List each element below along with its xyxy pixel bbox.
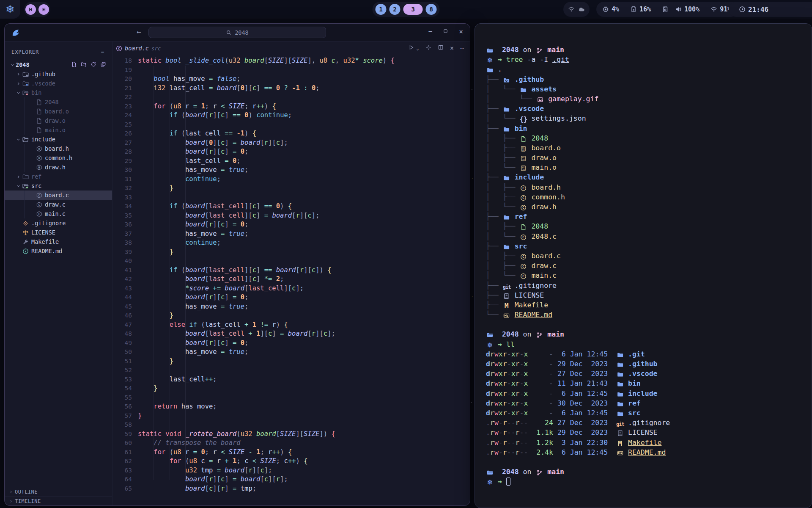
terminal-text [510,311,515,319]
close-editor-icon[interactable]: × [450,44,454,52]
terminal-text: ├── [486,124,503,133]
sidebar-item-src[interactable]: src [5,181,112,190]
sidebar-item-boardc[interactable]: Cboard.c [5,190,112,200]
sidebar-item-label: .github [31,71,55,77]
code-line-45: 45 has_move = true; [112,302,470,312]
sidebar-item-2048[interactable]: 2048 [5,60,112,69]
network-indicators[interactable] [563,2,590,17]
terminal-text: 2048 [502,46,519,54]
terminal-line: ├── bin [486,124,812,133]
refresh-icon[interactable] [91,61,96,69]
terminal-text: │ ├── [486,252,519,260]
sidebar-item-drawh[interactable]: Hdraw.h [5,163,112,172]
workspace-2[interactable]: 2 [390,4,401,15]
close-button[interactable]: × [459,28,463,36]
sidebar-item-drawo[interactable]: draw.o [5,116,112,125]
fileo-icon [35,118,43,124]
explorer-more-icon[interactable]: ⋯ [101,49,104,55]
file-listing: - [536,409,553,417]
file-listing [624,350,628,358]
terminal-text [494,65,498,73]
sidebar-item-READMEmd[interactable]: README.md [5,246,112,256]
sidebar-item-github[interactable]: .github [5,69,112,79]
terminal-window[interactable]: 2048 on main❄ → tree -a -I .git .├── .gi… [475,23,812,508]
tab-board-c[interactable]: C board.c src [116,45,161,52]
sidebar-item-2048[interactable]: 2048 [5,97,112,107]
line-number: 28 [112,147,132,157]
terminal-line: │ ├── 2048 [486,133,812,143]
back-arrow-icon[interactable]: ← [137,28,141,36]
workspace-8[interactable]: 8 [426,4,437,15]
maximize-button[interactable] [443,28,448,36]
run-dropdown-icon[interactable]: ⌄ [416,46,419,51]
line-number: 59 [112,430,132,439]
file-listing: 2.4k [536,448,553,456]
line-number: 45 [112,302,132,312]
terminal-text: 2048 [502,468,519,476]
sidebar-item-LICENSE[interactable]: LICENSE [5,228,112,237]
file-listing [528,439,536,447]
nix-launcher-button[interactable]: ❄ [0,0,20,19]
outline-section[interactable]: OUTLINE [5,487,112,496]
terminal-text [527,183,531,191]
new-file-icon[interactable] [71,61,77,69]
sidebar-item-Makefile[interactable]: Makefile [5,237,112,246]
chevron-right-icon [9,490,13,494]
sidebar-item-gitignore[interactable]: .gitignore [5,218,112,228]
code-line-55: 55 [112,393,470,403]
terminal-text: gameplay.gif [548,95,598,103]
file-listing: d [486,389,490,398]
file-listing: r [516,379,520,387]
collapse-all-icon[interactable] [100,61,106,69]
file-listing: bin [628,379,641,387]
more-actions-icon[interactable]: ⋯ [460,44,464,52]
line-number: 31 [112,175,132,184]
run-button[interactable] [408,44,414,52]
file-listing: 6 Jan 12:45 [557,389,608,398]
sidebar-item-commonh[interactable]: Hcommon.h [5,153,112,163]
file-listing: w [494,439,499,447]
file-listing: d [486,360,490,368]
settings-gear-icon[interactable] [425,44,431,52]
mk-icon: M [616,439,624,448]
sidebar-item-boardh[interactable]: Hboard.h [5,144,112,153]
sidebar-item-bin[interactable]: bin [5,88,112,97]
bin-icon: 0110 [519,163,527,173]
terminal-line: ├── git .gitignore [486,281,812,290]
file-listing [553,448,557,456]
command-search-input[interactable]: 2048 [148,27,326,38]
terminal-text: │ ├── [486,262,519,270]
clock[interactable]: 21:46 [729,2,812,17]
code-line-47: 47 else if (last_cell + 1 != r) { [112,320,470,330]
file-listing: x [511,370,516,378]
sidebar-item-ref[interactable]: ref [5,172,112,181]
sidebar-item-mainc[interactable]: Cmain.c [5,209,112,218]
gitd-icon [22,220,30,226]
file-listing [608,439,616,447]
minimize-button[interactable]: − [428,28,433,36]
sidebar-item-vscode[interactable]: .vscode [5,79,112,88]
new-folder-icon[interactable] [81,61,87,69]
terminal-text: │ ├── [486,183,519,191]
line-number: 33 [112,193,132,202]
file-listing: r [516,399,520,407]
sidebar-item-label: board.h [45,145,69,152]
editor-titlebar[interactable]: ←→ 2048 − × [5,24,470,41]
file-icon [519,134,527,144]
terminal-line: . [486,64,812,74]
terminal-text: │ └── [486,271,519,279]
sidebar-item-drawc[interactable]: Cdraw.c [5,200,112,209]
workspace-1[interactable]: 1 [376,4,387,15]
workspace-3-active[interactable]: 3 [403,4,423,15]
media-next-button[interactable] [38,4,49,15]
sidebar-item-include[interactable]: include [5,135,112,144]
code-line-27: 27 board[0][c] = board[r][c]; [112,138,470,148]
split-editor-icon[interactable] [438,44,444,52]
code-editor[interactable]: 18static bool _slide_col(u32 board[SIZE]… [112,55,470,505]
code-line-23: 23 for (u8 r = 1; r < SIZE; r++) { [112,102,470,111]
timeline-section[interactable]: TIMELINE [5,496,112,505]
sidebar-item-maino[interactable]: main.o [5,125,112,135]
sidebar-item-boardo[interactable]: board.o [5,107,112,116]
media-prev-button[interactable] [25,4,36,15]
audio-network-status[interactable]: 100% 91% [669,2,738,17]
